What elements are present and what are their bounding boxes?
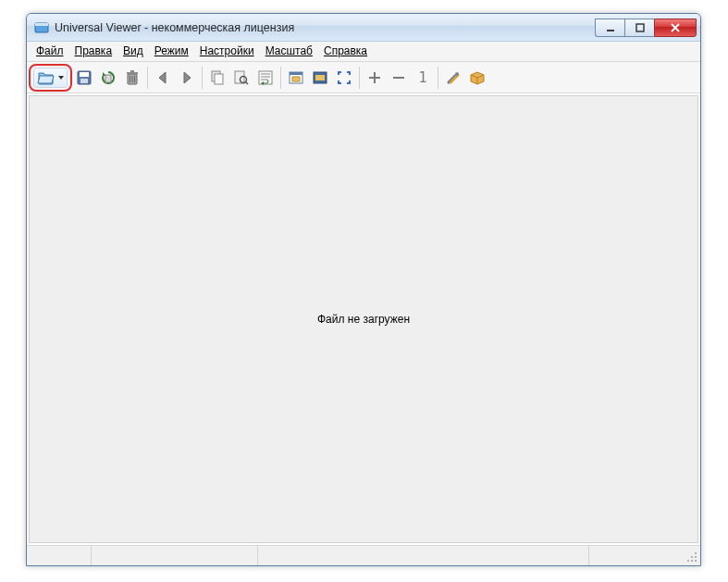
- reload-icon: [100, 69, 117, 86]
- separator: [359, 67, 360, 89]
- search-button[interactable]: [229, 65, 253, 91]
- open-folder-icon: [37, 69, 56, 86]
- zoom-out-button[interactable]: [387, 65, 411, 91]
- plus-icon: [367, 70, 382, 85]
- svg-point-33: [691, 560, 693, 562]
- svg-rect-27: [315, 75, 325, 80]
- menu-zoom[interactable]: Масштаб: [260, 42, 318, 61]
- svg-line-18: [246, 81, 249, 84]
- status-cell: [92, 546, 258, 565]
- fullscreen-button[interactable]: [332, 65, 356, 91]
- wrap-button[interactable]: [253, 65, 278, 91]
- trash-icon: [124, 69, 141, 86]
- copy-button[interactable]: [205, 65, 229, 91]
- save-button[interactable]: [72, 65, 96, 91]
- box-icon: [469, 69, 486, 86]
- minimize-button[interactable]: [595, 19, 624, 37]
- separator: [202, 67, 203, 89]
- wrap-icon: [257, 69, 274, 86]
- options-icon: [445, 69, 462, 86]
- menu-view[interactable]: Вид: [117, 42, 149, 61]
- menubar: Файл Правка Вид Режим Настройки Масштаб …: [27, 42, 700, 62]
- svg-rect-10: [130, 70, 134, 72]
- svg-point-29: [695, 552, 697, 554]
- svg-rect-2: [607, 30, 614, 31]
- menu-mode[interactable]: Режим: [149, 42, 194, 61]
- save-icon: [76, 69, 93, 86]
- delete-button[interactable]: [120, 65, 144, 91]
- toolbar: 1: [27, 62, 700, 93]
- svg-rect-19: [259, 71, 272, 84]
- zoom-in-button[interactable]: [363, 65, 387, 91]
- fit-window-button[interactable]: [284, 65, 308, 91]
- svg-point-30: [691, 556, 693, 558]
- menu-settings[interactable]: Настройки: [194, 42, 260, 61]
- svg-rect-6: [80, 79, 88, 83]
- svg-rect-5: [80, 72, 89, 77]
- status-cell: [27, 546, 92, 565]
- svg-point-31: [695, 556, 697, 558]
- separator: [280, 67, 281, 89]
- fit-width-button[interactable]: [308, 65, 332, 91]
- open-button[interactable]: [29, 64, 72, 92]
- separator: [147, 67, 148, 89]
- resize-grip-icon[interactable]: [685, 551, 698, 563]
- status-cell: [258, 546, 589, 565]
- menu-help[interactable]: Справка: [318, 42, 373, 61]
- svg-rect-15: [215, 74, 223, 84]
- fit-window-icon: [288, 69, 304, 86]
- svg-rect-16: [235, 71, 244, 83]
- minus-icon: [391, 70, 406, 85]
- close-button[interactable]: [654, 19, 697, 37]
- separator: [438, 67, 438, 89]
- application-window: Universal Viewer - некоммерческая лиценз…: [26, 13, 701, 566]
- svg-point-34: [695, 560, 697, 562]
- maximize-button[interactable]: [624, 19, 654, 37]
- arrow-right-icon: [179, 69, 195, 86]
- svg-rect-24: [290, 72, 302, 75]
- window-controls: [595, 19, 697, 37]
- svg-rect-7: [105, 75, 111, 82]
- svg-rect-9: [127, 72, 138, 74]
- forward-button[interactable]: [175, 65, 199, 91]
- options-button[interactable]: [441, 65, 465, 91]
- copy-icon: [209, 69, 226, 86]
- content-area: Файл не загружен: [29, 95, 698, 543]
- arrow-left-icon: [154, 69, 171, 86]
- svg-rect-1: [35, 23, 48, 26]
- one-icon: 1: [418, 69, 426, 86]
- svg-rect-25: [292, 77, 300, 81]
- menu-edit[interactable]: Правка: [69, 42, 118, 61]
- app-icon: [34, 20, 49, 35]
- status-cell: [589, 546, 700, 565]
- window-title: Universal Viewer - некоммерческая лиценз…: [55, 21, 595, 34]
- titlebar[interactable]: Universal Viewer - некоммерческая лиценз…: [27, 14, 700, 42]
- svg-point-32: [687, 560, 689, 562]
- statusbar: [27, 545, 700, 565]
- reload-button[interactable]: [96, 65, 120, 91]
- svg-rect-3: [636, 24, 644, 31]
- svg-point-28: [455, 72, 459, 76]
- search-icon: [233, 69, 250, 86]
- plugins-button[interactable]: [465, 65, 489, 91]
- fullscreen-icon: [336, 69, 352, 86]
- empty-message: Файл не загружен: [317, 313, 410, 326]
- fit-width-icon: [312, 69, 328, 86]
- chevron-down-icon: [58, 76, 64, 80]
- menu-file[interactable]: Файл: [31, 42, 69, 61]
- back-button[interactable]: [151, 65, 175, 91]
- zoom-100-button[interactable]: 1: [411, 65, 435, 91]
